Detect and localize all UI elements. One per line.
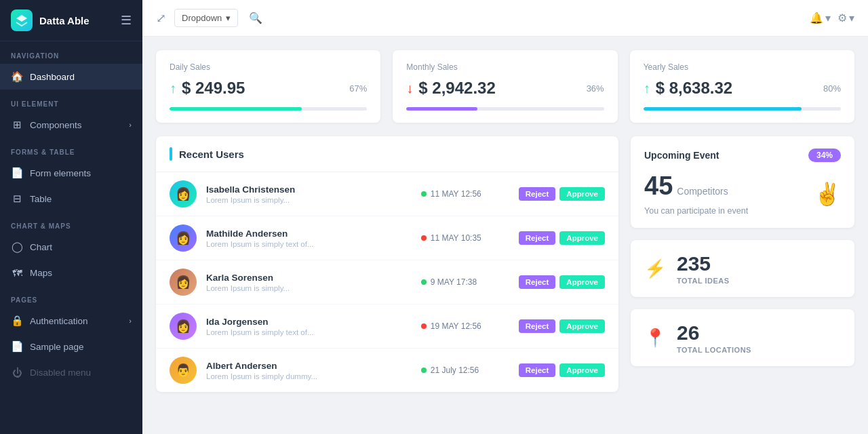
stat-label: Monthly Sales (406, 62, 604, 72)
stat-value-row: ↑ $ 249.95 67% (170, 79, 367, 98)
status-dot (421, 235, 427, 241)
sidebar-item-label: Sample page (30, 342, 84, 352)
event-competitors-count-row: 45 Competitors (644, 172, 748, 201)
avatar: 👨 (170, 357, 197, 384)
table-row: 👨 Albert Andersen Lorem Ipsum is simply … (156, 349, 618, 392)
reject-button[interactable]: Reject (519, 275, 556, 289)
recent-users-card: Recent Users 👩 Isabella Christensen Lore… (156, 136, 618, 392)
main-area: ⤢ Dropdown ▾ 🔍 🔔 ▾ ⚙ ▾ Daily Sales ↑ $ 2… (142, 0, 868, 434)
sidebar-item-form-elements[interactable]: 📄 Form elements (0, 160, 142, 186)
sidebar: Datta Able ☰ Navigation 🏠 Dashboard UI E… (0, 0, 142, 434)
sidebar-item-label: Form elements (30, 168, 91, 178)
locations-info: 26 TOTAL LOCATIONS (677, 321, 751, 354)
chevron-right-icon: › (129, 121, 132, 129)
components-icon: ⊞ (11, 119, 23, 131)
approve-button[interactable]: Approve (559, 363, 605, 377)
stat-value: ↑ $ 249.95 (170, 79, 245, 98)
disabled-menu-icon: ⏻ (11, 366, 23, 378)
search-icon[interactable]: 🔍 (249, 12, 262, 24)
sidebar-item-sample-page[interactable]: 📄 Sample page (0, 334, 142, 359)
sidebar-section-label: Pages (0, 285, 142, 308)
sidebar-item-chart[interactable]: ◯ Chart (0, 234, 142, 260)
user-date: 21 July 12:56 (431, 366, 479, 375)
chevron-down-icon: ▾ (226, 13, 231, 23)
approve-button[interactable]: Approve (559, 275, 605, 289)
ideas-count: 235 (677, 252, 730, 275)
sidebar-section-label: Chart & Maps (0, 212, 142, 234)
stat-bar-bg (644, 107, 841, 111)
user-actions: Reject Approve (519, 187, 605, 201)
user-status-col: 11 MAY 10:35 (421, 233, 509, 243)
reject-button[interactable]: Reject (519, 363, 556, 377)
sample-page-icon: 📄 (11, 340, 23, 353)
reject-button[interactable]: Reject (519, 319, 556, 333)
approve-button[interactable]: Approve (559, 187, 605, 201)
expand-icon[interactable]: ⤢ (156, 11, 166, 26)
stat-card-yearly-sales: Yearly Sales ↑ $ 8,638.32 80% (630, 50, 854, 123)
avatar: 👩 (170, 224, 197, 252)
stat-amount: $ 249.95 (182, 79, 245, 98)
stat-bar-bg (170, 107, 367, 111)
event-header: Upcoming Event 34% (644, 149, 841, 162)
user-name: Ida Jorgensen (206, 317, 412, 327)
location-pin-icon: 📍 (644, 328, 666, 349)
user-desc: Lorem Ipsum is simply... (206, 196, 412, 204)
event-title: Upcoming Event (644, 150, 719, 161)
sidebar-item-label: Authentication (30, 316, 88, 326)
notifications-button[interactable]: 🔔 ▾ (810, 12, 831, 24)
stat-percent: 36% (587, 83, 604, 94)
recent-users-title: Recent Users (179, 149, 244, 160)
topbar-right: 🔔 ▾ ⚙ ▾ (810, 12, 854, 24)
sidebar-item-components[interactable]: ⊞ Components › (0, 112, 142, 138)
table-row: 👩 Ida Jorgensen Lorem Ipsum is simply te… (156, 304, 618, 349)
avatar: 👩 (170, 180, 197, 208)
user-date: 11 MAY 10:35 (431, 233, 481, 243)
topbar: ⤢ Dropdown ▾ 🔍 🔔 ▾ ⚙ ▾ (142, 0, 868, 37)
user-status-col: 9 MAY 17:38 (421, 277, 509, 287)
sidebar-item-authentication[interactable]: 🔒 Authentication › (0, 308, 142, 334)
approve-button[interactable]: Approve (559, 231, 605, 245)
sidebar-logo: Datta Able ☰ (0, 0, 142, 41)
reject-button[interactable]: Reject (519, 231, 556, 245)
bottom-row: Recent Users 👩 Isabella Christensen Lore… (156, 136, 854, 392)
user-info: Karla Sorensen Lorem Ipsum is simply... (206, 273, 412, 292)
sidebar-item-label: Table (30, 194, 52, 204)
sidebar-item-maps[interactable]: 🗺 Maps (0, 260, 142, 285)
stat-percent: 80% (823, 83, 841, 94)
user-info: Mathilde Andersen Lorem Ipsum is simply … (206, 229, 412, 248)
trend-up-icon: ↑ (644, 81, 650, 96)
right-panel: Upcoming Event 34% 45 Competitors You ca… (631, 136, 854, 392)
user-date: 9 MAY 17:38 (431, 277, 477, 287)
stat-bar (170, 107, 302, 111)
user-name: Isabella Christensen (206, 184, 412, 195)
approve-button[interactable]: Approve (559, 319, 605, 333)
dropdown-button[interactable]: Dropdown ▾ (174, 9, 238, 27)
logo-icon (11, 9, 33, 31)
chart-icon: ◯ (11, 241, 23, 253)
reject-button[interactable]: Reject (519, 187, 556, 201)
stat-bar (644, 107, 802, 111)
ideas-info: 235 TOTAL IDEAS (677, 252, 730, 285)
sidebar-item-disabled-menu: ⏻ Disabled menu (0, 359, 142, 385)
user-info: Isabella Christensen Lorem Ipsum is simp… (206, 184, 412, 204)
user-status-col: 21 July 12:56 (421, 366, 509, 375)
card-header: Recent Users (156, 136, 618, 172)
users-list: 👩 Isabella Christensen Lorem Ipsum is si… (156, 172, 618, 392)
sidebar-item-label: Components (30, 120, 82, 130)
gear-chevron: ▾ (849, 12, 854, 24)
sidebar-nav: Navigation 🏠 Dashboard UI Element ⊞ Comp… (0, 41, 142, 385)
stat-percent: 67% (349, 83, 367, 94)
user-actions: Reject Approve (519, 275, 605, 289)
event-sub-text: You can participate in event (644, 206, 748, 216)
user-actions: Reject Approve (519, 363, 605, 377)
settings-button[interactable]: ⚙ ▾ (837, 12, 854, 24)
stat-value-row: ↑ $ 8,638.32 80% (644, 79, 841, 98)
sidebar-item-table[interactable]: ⊟ Table (0, 186, 142, 212)
sidebar-item-dashboard[interactable]: 🏠 Dashboard (0, 64, 142, 90)
maps-icon: 🗺 (11, 267, 23, 279)
hamburger-icon[interactable]: ☰ (121, 13, 132, 28)
bell-icon: 🔔 (810, 12, 823, 24)
user-status-col: 19 MAY 12:56 (421, 321, 509, 331)
status-dot (421, 191, 427, 197)
event-badge: 34% (808, 149, 841, 162)
